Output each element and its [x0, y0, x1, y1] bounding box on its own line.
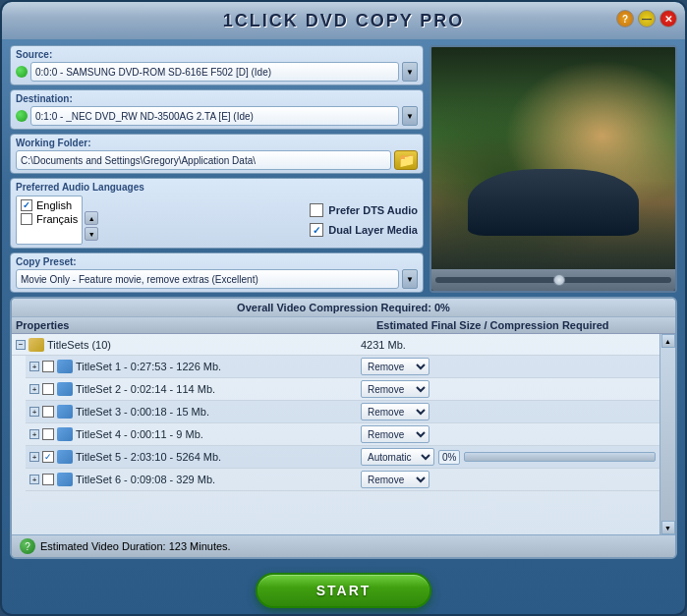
destination-value[interactable]: 0:1:0 - _NEC DVD_RW ND-3500AG 2.TA [E] (…: [30, 106, 399, 126]
destination-row: 0:1:0 - _NEC DVD_RW ND-3500AG 2.TA [E] (…: [16, 106, 418, 126]
preset-row: Movie Only - Feature movie, remove extra…: [16, 269, 418, 289]
titleset-5-label: TitleSet 5 - 2:03:10 - 5264 Mb.: [76, 451, 221, 463]
destination-dropdown-arrow[interactable]: ▼: [402, 106, 418, 126]
titleset-6-label: TitleSet 6 - 0:09:08 - 329 Mb.: [76, 474, 215, 485]
titleset-2-icon: [57, 382, 73, 396]
titleset-4-label: TitleSet 4 - 0:00:11 - 9 Mb.: [76, 428, 203, 440]
minimize-button[interactable]: —: [638, 10, 656, 28]
english-checkbox[interactable]: [21, 199, 32, 211]
titleset-6-expand[interactable]: +: [29, 475, 39, 484]
titleset-4-checkbox[interactable]: [42, 428, 54, 440]
titleset-1-size: Remove Automatic Include: [361, 358, 656, 375]
titlesets-label: TitleSets (10): [47, 339, 111, 351]
titleset-3-props: + TitleSet 3 - 0:00:18 - 15 Mb.: [29, 405, 361, 419]
francais-checkbox[interactable]: [21, 213, 32, 225]
source-dropdown-arrow[interactable]: ▼: [402, 62, 418, 82]
table-header: Properties Estimated Final Size / Compre…: [12, 317, 675, 334]
titleset-6-action[interactable]: Remove Automatic Include: [361, 471, 429, 488]
working-folder-path[interactable]: C:\Documents and Settings\Gregory\Applic…: [16, 150, 391, 170]
scroll-up-button[interactable]: ▲: [661, 334, 675, 348]
main-content: Source: 0:0:0 - SAMSUNG DVD-ROM SD-616E …: [2, 39, 685, 565]
working-folder-group: Working Folder: C:\Documents and Setting…: [10, 134, 424, 174]
titleset-5-size: Automatic Remove Include 0%: [361, 448, 656, 466]
top-section: Source: 0:0:0 - SAMSUNG DVD-ROM SD-616E …: [10, 45, 677, 293]
destination-status-dot: [16, 110, 28, 122]
scroll-down-button[interactable]: ▼: [661, 521, 675, 534]
titleset-5-progress: [464, 452, 656, 462]
lang-scroll-down[interactable]: ▼: [85, 227, 98, 241]
titleset-3-icon: [57, 405, 73, 419]
preset-section: Copy Preset: Movie Only - Feature movie,…: [10, 252, 424, 293]
titleset-5-props: + TitleSet 5 - 2:03:10 - 5264 Mb.: [29, 450, 361, 464]
titleset-6-size: Remove Automatic Include: [361, 471, 656, 488]
working-folder-label: Working Folder:: [16, 138, 418, 148]
titleset-5-pct: 0%: [438, 450, 460, 465]
col-properties: Properties: [16, 319, 376, 331]
app-title: 1CLICK DVD COPY PRO: [223, 11, 465, 31]
titleset-1-expand[interactable]: +: [29, 362, 39, 371]
titleset-3-row: + TitleSet 3 - 0:00:18 - 15 Mb. Remove A…: [26, 401, 659, 423]
titleset-4-action[interactable]: Remove Automatic Include: [361, 425, 429, 443]
prefer-dts-label: Prefer DTS Audio: [328, 204, 418, 216]
language-list[interactable]: English Français: [16, 196, 83, 245]
english-label: English: [36, 199, 72, 211]
dual-layer-checkbox[interactable]: [310, 223, 323, 237]
table-container: Properties Estimated Final Size / Compre…: [12, 317, 675, 534]
titleset-3-expand[interactable]: +: [29, 407, 39, 417]
preset-label: Copy Preset:: [16, 256, 418, 267]
titleset-1-icon: [57, 360, 73, 373]
titleset-2-action[interactable]: Remove Automatic Include: [361, 380, 429, 398]
destination-group: Destination: 0:1:0 - _NEC DVD_RW ND-3500…: [10, 89, 424, 130]
preset-value[interactable]: Movie Only - Feature movie, remove extra…: [16, 269, 399, 289]
titleset-6-icon: [57, 473, 73, 486]
dual-layer-label: Dual Layer Media: [328, 224, 417, 236]
titleset-1-checkbox[interactable]: [42, 361, 54, 372]
titleset-1-props: + TitleSet 1 - 0:27:53 - 1226 Mb.: [29, 360, 361, 373]
titleset-2-size: Remove Automatic Include: [361, 380, 656, 398]
audio-right: Prefer DTS Audio Dual Layer Media: [310, 182, 418, 245]
working-folder-row: C:\Documents and Settings\Gregory\Applic…: [16, 150, 418, 170]
video-slider-thumb[interactable]: [553, 274, 565, 286]
titleset-4-row: + TitleSet 4 - 0:00:11 - 9 Mb. Remove Au…: [26, 423, 659, 446]
prefer-dts-option[interactable]: Prefer DTS Audio: [310, 203, 418, 217]
source-row: 0:0:0 - SAMSUNG DVD-ROM SD-616E F502 [D]…: [16, 62, 418, 82]
start-section: START: [2, 565, 685, 614]
titleset-5-expand[interactable]: +: [29, 452, 39, 462]
help-button[interactable]: ?: [616, 10, 634, 28]
titleset-5-icon: [57, 450, 73, 464]
titleset-4-icon: [57, 427, 73, 441]
dual-layer-option[interactable]: Dual Layer Media: [310, 223, 418, 237]
titlesets-expand[interactable]: −: [16, 340, 26, 350]
status-icon: ?: [20, 538, 35, 554]
titleset-1-action[interactable]: Remove Automatic Include: [361, 358, 429, 375]
titleset-2-label: TitleSet 2 - 0:02:14 - 114 Mb.: [76, 383, 215, 395]
titleset-4-expand[interactable]: +: [29, 429, 39, 439]
prefer-dts-checkbox[interactable]: [310, 203, 323, 217]
source-value[interactable]: 0:0:0 - SAMSUNG DVD-ROM SD-616E F502 [D]…: [30, 62, 399, 82]
compression-bar: Overall Video Compression Required: 0%: [12, 299, 675, 317]
titleset-6-checkbox[interactable]: [42, 474, 54, 485]
titleset-1-label: TitleSet 1 - 0:27:53 - 1226 Mb.: [76, 361, 221, 372]
table-scrollbar: ▲ ▼: [659, 334, 675, 534]
titleset-4-size: Remove Automatic Include: [361, 425, 656, 443]
preset-dropdown-arrow[interactable]: ▼: [402, 269, 418, 289]
source-group: Source: 0:0:0 - SAMSUNG DVD-ROM SD-616E …: [10, 45, 424, 85]
titleset-5-checkbox[interactable]: [42, 451, 54, 463]
title-controls: ? — ✕: [616, 10, 677, 28]
start-button[interactable]: START: [256, 573, 432, 608]
titleset-3-checkbox[interactable]: [42, 406, 54, 418]
lang-english[interactable]: English: [19, 198, 80, 212]
browse-folder-button[interactable]: 📁: [394, 150, 418, 170]
status-text: Estimated Video Duration: 123 Minutes.: [40, 540, 231, 552]
close-button[interactable]: ✕: [659, 10, 677, 28]
titleset-2-expand[interactable]: +: [29, 384, 39, 394]
bottom-panel: Overall Video Compression Required: 0% P…: [10, 297, 677, 559]
titleset-5-action[interactable]: Automatic Remove Include: [361, 448, 434, 466]
titleset-2-checkbox[interactable]: [42, 383, 54, 395]
titleset-3-action[interactable]: Remove Automatic Include: [361, 403, 429, 420]
col-size: Estimated Final Size / Compression Requi…: [376, 319, 671, 331]
destination-label: Destination:: [16, 93, 418, 104]
video-slider[interactable]: [435, 277, 671, 283]
lang-scroll-up[interactable]: ▲: [85, 211, 98, 225]
lang-francais[interactable]: Français: [19, 212, 80, 226]
